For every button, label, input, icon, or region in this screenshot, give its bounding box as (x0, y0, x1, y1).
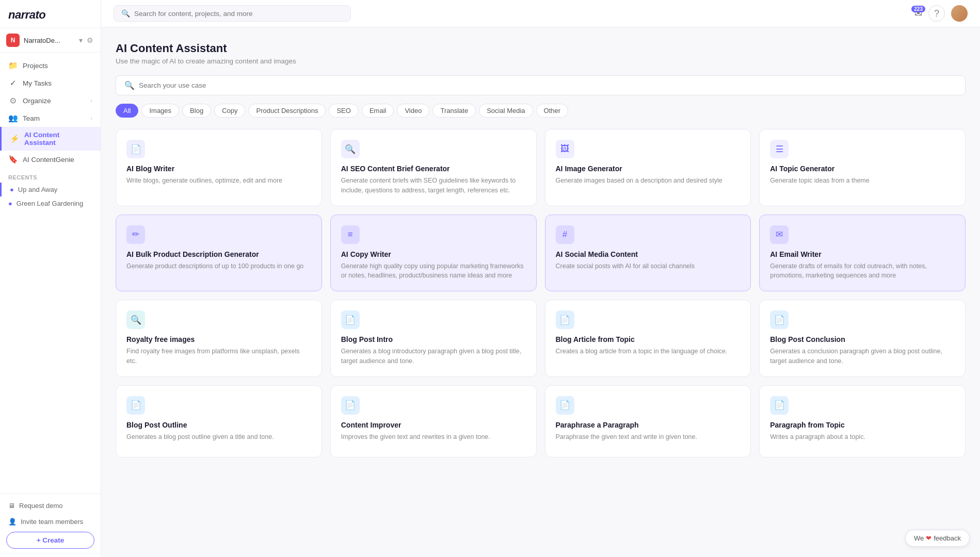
sidebar-item-label-ai-assistant: AI Content Assistant (24, 131, 92, 146)
content-area: AI Content Assistant Use the magic of AI… (101, 27, 980, 557)
bookmark-icon: 🔖 (8, 155, 18, 164)
blog-post-intro-desc: Generates a blog introductory paragraph … (341, 347, 526, 366)
sidebar-footer: 🖥 Request demo 👤 Invite team members + C… (0, 493, 101, 557)
card-blog-post-outline[interactable]: 📄 Blog Post Outline Generates a blog pos… (116, 385, 322, 457)
paraphrase-paragraph-icon: 📄 (556, 396, 574, 415)
top-bar-actions: ✉ 223 ? (914, 5, 968, 22)
card-ai-blog-writer[interactable]: 📄 AI Blog Writer Write blogs, generate o… (116, 129, 322, 206)
blog-post-outline-icon: 📄 (126, 396, 145, 415)
card-ai-copy-writer[interactable]: ≡ AI Copy Writer Generate high quality c… (330, 215, 537, 292)
card-ai-topic-generator[interactable]: ☰ AI Topic Generator Generate topic idea… (759, 129, 966, 206)
filter-tab-images[interactable]: Images (141, 104, 179, 118)
filter-tabs: AllImagesBlogCopyProduct DescriptionsSEO… (116, 104, 966, 118)
projects-icon: 📁 (8, 61, 18, 70)
ai-seo-content-brief-desc: Generate content briefs with SEO guideli… (341, 176, 526, 195)
feedback-button[interactable]: We ❤ feedback (905, 530, 970, 547)
card-ai-email-writer[interactable]: ✉ AI Email Writer Generate drafts of ema… (759, 215, 966, 292)
page-title: AI Content Assistant (116, 42, 966, 55)
filter-tab-blog[interactable]: Blog (182, 104, 211, 118)
page-subtitle: Use the magic of AI to create amazing co… (116, 57, 966, 65)
ai-image-generator-title: AI Image Generator (556, 165, 741, 173)
blog-article-from-topic-icon: 📄 (556, 310, 574, 329)
royalty-free-images-desc: Find royalty free images from platforms … (126, 347, 311, 366)
ai-social-media-icon: # (556, 225, 574, 244)
sidebar-item-my-tasks[interactable]: ✓ My Tasks (0, 74, 101, 92)
content-improver-title: Content Improver (341, 421, 526, 429)
main-area: 🔍 ✉ 223 ? AI Content Assistant Use the m… (101, 0, 980, 557)
top-bar: 🔍 ✉ 223 ? (101, 0, 980, 27)
notification-button[interactable]: ✉ 223 (914, 8, 922, 19)
card-ai-social-media[interactable]: # AI Social Media Content Create social … (545, 215, 751, 292)
content-improver-desc: Improves the given text and rewrites in … (341, 432, 526, 442)
sidebar-item-label-projects: Projects (23, 62, 48, 70)
use-case-search-bar[interactable]: 🔍 (116, 75, 966, 95)
user-settings-btn[interactable]: ⚙ (86, 35, 94, 45)
feedback-suffix-label: feedback (934, 534, 961, 542)
user-avatar-top[interactable] (951, 5, 968, 22)
filter-tab-other[interactable]: Other (536, 104, 569, 118)
filter-tab-seo[interactable]: SEO (329, 104, 358, 118)
ai-email-writer-title: AI Email Writer (770, 250, 955, 258)
recent-item-label-2: Green Leaf Gardening (17, 200, 83, 207)
paragraph-from-topic-title: Paragraph from Topic (770, 421, 955, 429)
help-button[interactable]: ? (928, 5, 945, 22)
card-ai-seo-content-brief[interactable]: 🔍 AI SEO Content Brief Generator Generat… (330, 129, 537, 206)
sidebar-item-label-ai-genie: AI ContentGenie (23, 156, 74, 163)
ai-image-generator-icon: 🖼 (556, 140, 574, 158)
ai-copy-writer-icon: ≡ (341, 225, 360, 244)
card-blog-article-from-topic[interactable]: 📄 Blog Article from Topic Creates a blog… (545, 300, 751, 377)
sidebar-item-label-team: Team (23, 114, 40, 122)
paraphrase-paragraph-title: Paraphrase a Paragraph (556, 421, 741, 429)
filter-tab-translate[interactable]: Translate (432, 104, 476, 118)
feedback-we-label: We (914, 534, 924, 542)
user-dropdown-btn[interactable]: ▾ (78, 35, 84, 45)
card-royalty-free-images[interactable]: 🔍 Royalty free images Find royalty free … (116, 300, 322, 377)
filter-tab-copy[interactable]: Copy (214, 104, 245, 118)
ai-seo-content-brief-title: AI SEO Content Brief Generator (341, 165, 526, 173)
request-demo-btn[interactable]: 🖥 Request demo (6, 500, 94, 512)
ai-bulk-product-description-title: AI Bulk Product Description Generator (126, 250, 311, 258)
ai-blog-writer-title: AI Blog Writer (126, 165, 311, 173)
filter-tab-product-descriptions[interactable]: Product Descriptions (248, 104, 326, 118)
create-btn-label: + Create (37, 536, 65, 544)
card-blog-post-conclusion[interactable]: 📄 Blog Post Conclusion Generates a concl… (759, 300, 966, 377)
sidebar-item-projects[interactable]: 📁 Projects (0, 57, 101, 74)
sidebar-item-label-my-tasks: My Tasks (23, 79, 52, 87)
global-search-bar[interactable]: 🔍 (114, 5, 351, 22)
search-use-case-icon: 🔍 (124, 80, 135, 90)
invite-team-btn[interactable]: 👤 Invite team members (6, 516, 94, 528)
sidebar-item-ai-content-genie[interactable]: 🔖 AI ContentGenie (0, 151, 101, 168)
sidebar: narrato N NarratoDe... ▾ ⚙ 📁 Projects ✓ … (0, 0, 101, 557)
global-search-input[interactable] (134, 10, 343, 18)
sidebar-item-team[interactable]: 👥 Team › (0, 109, 101, 127)
avatar-image (951, 5, 968, 22)
recent-item-up-and-away[interactable]: ● Up and Away (0, 183, 101, 196)
recent-item-green-leaf[interactable]: ● Green Leaf Gardening (0, 196, 101, 210)
chevron-right-icon: › (90, 97, 92, 104)
use-case-search-input[interactable] (139, 81, 957, 89)
filter-tab-email[interactable]: Email (362, 104, 394, 118)
blog-article-from-topic-title: Blog Article from Topic (556, 335, 741, 343)
filter-tab-all[interactable]: All (116, 104, 138, 118)
blog-post-conclusion-desc: Generates a conclusion paragraph given a… (770, 347, 955, 366)
card-paraphrase-paragraph[interactable]: 📄 Paraphrase a Paragraph Paraphrase the … (545, 385, 751, 457)
ai-copy-writer-title: AI Copy Writer (341, 250, 526, 258)
blog-post-conclusion-title: Blog Post Conclusion (770, 335, 955, 343)
ai-topic-generator-desc: Generate topic ideas from a theme (770, 176, 955, 186)
main-nav: 📁 Projects ✓ My Tasks ⊙ Organize › 👥 Tea… (0, 53, 101, 493)
card-blog-post-intro[interactable]: 📄 Blog Post Intro Generates a blog intro… (330, 300, 537, 377)
sidebar-item-ai-content-assistant[interactable]: ⚡ AI Content Assistant (0, 127, 101, 151)
chevron-right-icon-team: › (90, 115, 92, 121)
recent-dot-icon: ● (10, 186, 14, 193)
ai-social-media-desc: Create social posts with AI for all soci… (556, 261, 741, 271)
filter-tab-video[interactable]: Video (397, 104, 429, 118)
filter-tab-social-media[interactable]: Social Media (479, 104, 533, 118)
sidebar-item-organize[interactable]: ⊙ Organize › (0, 92, 101, 109)
card-content-improver[interactable]: 📄 Content Improver Improves the given te… (330, 385, 537, 457)
blog-post-outline-desc: Generates a blog post outline given a ti… (126, 432, 311, 442)
card-ai-image-generator[interactable]: 🖼 AI Image Generator Generate images bas… (545, 129, 751, 206)
card-ai-bulk-product-description[interactable]: ✏ AI Bulk Product Description Generator … (116, 215, 322, 292)
create-button[interactable]: + Create (6, 532, 94, 549)
blog-post-intro-title: Blog Post Intro (341, 335, 526, 343)
card-paragraph-from-topic[interactable]: 📄 Paragraph from Topic Writes a paragrap… (759, 385, 966, 457)
